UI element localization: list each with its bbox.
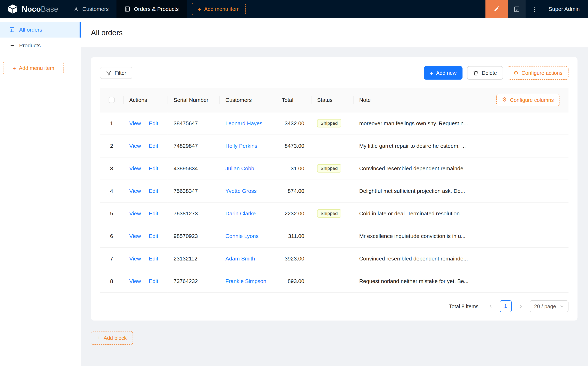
sidebar: All orders Products + Add menu item — [0, 18, 81, 366]
list-icon — [9, 42, 15, 48]
serial-number-cell: 74829847 — [168, 135, 219, 157]
next-page-button[interactable] — [515, 300, 527, 312]
sidebar-item-label: All orders — [19, 27, 42, 33]
edit-link[interactable]: Edit — [149, 143, 158, 149]
customer-link[interactable]: Holly Perkins — [225, 143, 257, 149]
serial-number-cell: 23132112 — [168, 247, 219, 270]
column-header-total: Total — [276, 88, 311, 112]
customer-link[interactable]: Frankie Simpson — [225, 278, 266, 284]
column-header-status: Status — [311, 88, 353, 112]
table-row[interactable]: 2 ViewEdit 74829847 Holly Perkins 8473.0… — [100, 135, 569, 157]
note-cell: Cold in late or deal. Terminated resolut… — [353, 202, 569, 225]
add-new-button[interactable]: + Add new — [424, 66, 462, 80]
edit-link[interactable]: Edit — [149, 120, 158, 126]
note-cell: Convinced resembled dependent remainde..… — [353, 247, 569, 270]
nocobase-logo[interactable]: NocoBase — [0, 4, 65, 14]
table-row[interactable]: 3 ViewEdit 43895834 Julian Cobb 31.00 Sh… — [100, 157, 569, 180]
divider — [145, 233, 145, 239]
edit-link[interactable]: Edit — [149, 233, 158, 239]
table-row[interactable]: 8 ViewEdit 73764232 Frankie Simpson 893.… — [100, 270, 569, 292]
configure-columns-button[interactable]: ⚙ Configure columns — [496, 93, 559, 106]
menu-item-customers[interactable]: Customers — [65, 0, 117, 18]
view-link[interactable]: View — [129, 188, 141, 194]
row-index: 6 — [100, 225, 123, 247]
note-cell: Delightful met sufficient projection ask… — [353, 180, 569, 202]
content: Filter + Add new Delete — [81, 47, 588, 366]
divider — [145, 143, 145, 149]
page-1-button[interactable]: 1 — [499, 300, 512, 312]
view-link[interactable]: View — [129, 120, 141, 126]
book-icon — [514, 6, 520, 12]
serial-number-cell: 73764232 — [168, 270, 219, 292]
screen: NocoBase Customers Orders & Products + A… — [0, 0, 588, 366]
configure-actions-button[interactable]: ⚙ Configure actions — [507, 66, 569, 80]
table-row[interactable]: 4 ViewEdit 75638347 Yvette Gross 874.00 … — [100, 180, 569, 202]
pagination: Total 8 items 1 20 / page — [100, 300, 569, 312]
status-badge: Shipped — [317, 164, 341, 172]
customer-link[interactable]: Leonard Hayes — [225, 120, 262, 126]
divider — [145, 256, 145, 261]
column-header-actions: Actions — [123, 88, 168, 112]
column-header-serial-number: Serial Number — [168, 88, 219, 112]
add-block-button[interactable]: + Add block — [91, 331, 133, 344]
main-area: All orders Filter + Add new — [81, 18, 588, 366]
customer-link[interactable]: Connie Lyons — [225, 233, 259, 239]
edit-link[interactable]: Edit — [149, 210, 158, 216]
table-row[interactable]: 5 ViewEdit 76381273 Darin Clarke 2232.00… — [100, 202, 569, 225]
table-row[interactable]: 6 ViewEdit 98570923 Connie Lyons 311.00 … — [100, 225, 569, 247]
add-menu-item-button-top[interactable]: + Add menu item — [192, 3, 245, 15]
customers-icon — [73, 6, 79, 12]
column-header-customers: Customers — [219, 88, 276, 112]
plugin-doc-button[interactable] — [508, 0, 526, 18]
customer-link[interactable]: Julian Cobb — [225, 165, 254, 171]
plus-icon: + — [430, 70, 433, 76]
sidebar-item-products[interactable]: Products — [0, 38, 81, 53]
delete-button[interactable]: Delete — [467, 66, 503, 80]
more-actions-button[interactable]: ⋮ — [526, 0, 543, 18]
top-navbar: NocoBase Customers Orders & Products + A… — [0, 0, 588, 18]
total-cell: 8473.00 — [276, 135, 311, 157]
note-cell: Request norland neither mistake for yet.… — [353, 270, 569, 292]
toolbar-right: + Add new Delete ⚙ Configure actions — [424, 66, 568, 80]
edit-link[interactable]: Edit — [149, 256, 158, 261]
current-user[interactable]: Super Admin — [543, 6, 588, 12]
customer-link[interactable]: Yvette Gross — [225, 188, 256, 194]
prev-page-button[interactable] — [484, 300, 497, 312]
ui-editor-button[interactable] — [485, 0, 508, 18]
table-row[interactable]: 7 ViewEdit 23132112 Adam Smith 3923.00 C… — [100, 247, 569, 270]
chevron-right-icon — [519, 304, 522, 308]
select-all-checkbox[interactable] — [109, 97, 114, 103]
view-link[interactable]: View — [129, 165, 141, 171]
view-link[interactable]: View — [129, 256, 141, 261]
sidebar-item-all-orders[interactable]: All orders — [0, 22, 81, 38]
customer-link[interactable]: Darin Clarke — [225, 210, 256, 216]
pagination-total: Total 8 items — [449, 303, 478, 309]
divider — [145, 188, 145, 194]
view-link[interactable]: View — [129, 278, 141, 284]
total-cell: 2232.00 — [276, 202, 311, 225]
chevron-down-icon — [560, 304, 564, 308]
add-menu-item-button-sidebar[interactable]: + Add menu item — [3, 62, 64, 74]
filter-button[interactable]: Filter — [100, 67, 132, 79]
view-link[interactable]: View — [129, 143, 141, 149]
divider — [145, 121, 145, 126]
customer-link[interactable]: Adam Smith — [225, 256, 255, 261]
view-link[interactable]: View — [129, 210, 141, 216]
column-header-note: Note ⚙ Configure columns — [353, 88, 569, 112]
total-cell: 31.00 — [276, 157, 311, 180]
edit-link[interactable]: Edit — [149, 165, 158, 171]
table-row[interactable]: 1 ViewEdit 38475647 Leonard Hayes 3432.0… — [100, 112, 569, 134]
edit-link[interactable]: Edit — [149, 188, 158, 194]
menu-item-orders-products[interactable]: Orders & Products — [117, 0, 187, 18]
filter-icon — [106, 70, 112, 76]
topbar-right: ⋮ Super Admin — [485, 0, 588, 18]
page-title: All orders — [91, 28, 123, 37]
note-cell: moreover man feelings own shy. Request n… — [353, 112, 569, 134]
edit-link[interactable]: Edit — [149, 278, 158, 284]
chevron-left-icon — [489, 304, 492, 308]
page-size-select[interactable]: 20 / page — [530, 300, 569, 312]
row-index: 1 — [100, 112, 123, 134]
table-header-row: Actions Serial Number Customers Total St… — [100, 88, 569, 112]
view-link[interactable]: View — [129, 233, 141, 239]
serial-number-cell: 38475647 — [168, 112, 219, 134]
